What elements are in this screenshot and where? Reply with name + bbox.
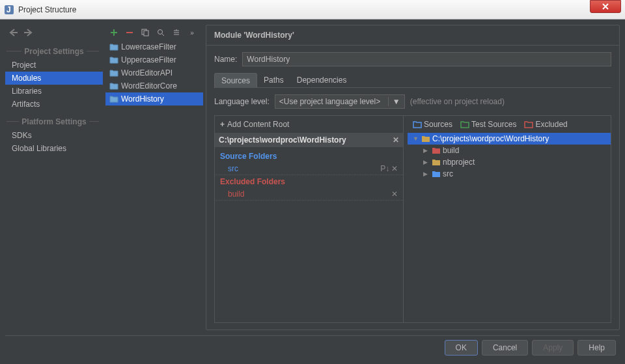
legend-tests[interactable]: Test Sources — [460, 120, 516, 129]
tree-item[interactable]: ▶ build — [408, 145, 611, 156]
folder-icon — [421, 135, 430, 143]
sidebar-toolbar — [5, 25, 103, 40]
module-item[interactable]: UppercaseFilter — [105, 53, 203, 66]
name-label: Name: — [214, 55, 237, 64]
svg-rect-3 — [144, 31, 148, 36]
content-roots: + Add Content Root C:\projects\wordproc\… — [215, 116, 404, 322]
lang-level-hint: (effective on project reload) — [410, 97, 505, 106]
tree-root[interactable]: ▼ C:\projects\wordproc\WordHistory — [408, 133, 611, 145]
name-input[interactable] — [242, 52, 611, 66]
module-item[interactable]: WordEditorCore — [105, 79, 203, 92]
sidebar-item-sdks[interactable]: SDKs — [5, 129, 103, 142]
module-item[interactable]: WordEditorAPI — [105, 66, 203, 79]
cancel-button[interactable]: Cancel — [482, 340, 528, 356]
app-icon: J — [4, 5, 14, 15]
tab-sources[interactable]: Sources — [214, 73, 257, 88]
dialog-body: Project Settings Project Modules Librari… — [0, 20, 625, 364]
sidebar-item-modules[interactable]: Modules — [5, 72, 103, 85]
tabs: Sources Paths Dependencies — [214, 73, 611, 88]
chevron-down-icon: ▼ — [388, 97, 400, 106]
add-content-root[interactable]: + Add Content Root — [215, 116, 403, 133]
expand-icon[interactable]: ▶ — [423, 147, 430, 154]
lang-level-label: Language level: — [214, 97, 270, 106]
legend-excluded[interactable]: Excluded — [524, 120, 567, 129]
copy-icon[interactable] — [139, 29, 151, 36]
module-item[interactable]: LowercaseFilter — [105, 40, 203, 53]
window-title: Project Structure — [18, 5, 590, 14]
add-icon[interactable] — [108, 29, 120, 36]
folder-legend: Sources Test Sources Excluded — [408, 116, 611, 133]
source-folders-header: Source Folders — [215, 150, 403, 163]
tree-item[interactable]: ▶ src — [408, 168, 611, 180]
section-platform-settings: Platform Settings — [7, 113, 102, 128]
back-icon[interactable] — [9, 29, 18, 36]
lang-level-select[interactable]: <Use project language level> ▼ — [275, 94, 405, 109]
remove-icon[interactable]: ✕ — [391, 164, 398, 173]
legend-sources[interactable]: Sources — [413, 120, 452, 129]
dialog-footer: OK Cancel Apply Help — [5, 335, 620, 359]
folder-icon — [432, 158, 441, 166]
module-list-column: » LowercaseFilter UppercaseFilter WordEd… — [105, 25, 203, 330]
expand-icon[interactable]: ▼ — [413, 135, 419, 142]
svg-point-4 — [158, 30, 163, 35]
module-panel: Module 'WordHistory' Name: Sources Paths… — [206, 25, 620, 330]
ok-button[interactable]: OK — [445, 340, 478, 356]
sidebar-item-global-libraries[interactable]: Global Libraries — [5, 142, 103, 155]
sidebar-item-project[interactable]: Project — [5, 59, 103, 72]
sidebar-item-artifacts[interactable]: Artifacts — [5, 98, 103, 111]
remove-icon[interactable] — [124, 29, 135, 36]
edit-icon[interactable]: P↓ — [380, 164, 389, 173]
tab-dependencies[interactable]: Dependencies — [290, 73, 354, 87]
expand-icon[interactable]: ▶ — [423, 159, 430, 165]
panel-title: Module 'WordHistory' — [206, 25, 619, 46]
sidebar-item-libraries[interactable]: Libraries — [5, 85, 103, 98]
titlebar: J Project Structure — [0, 0, 625, 20]
sidebar: Project Settings Project Modules Librari… — [5, 25, 103, 330]
close-button[interactable] — [590, 0, 621, 13]
excluded-folders-header: Excluded Folders — [215, 175, 403, 188]
tree-item[interactable]: ▶ nbproject — [408, 156, 611, 168]
help-button[interactable]: Help — [577, 340, 616, 356]
svg-text:J: J — [7, 5, 11, 14]
plus-icon: + — [220, 120, 225, 129]
content-root-path[interactable]: C:\projects\wordproc\WordHistory ✕ — [215, 133, 403, 147]
folder-icon — [432, 170, 441, 178]
apply-button[interactable]: Apply — [532, 340, 574, 356]
module-toolbar: » — [105, 25, 203, 40]
remove-icon[interactable]: ✕ — [391, 189, 398, 199]
module-item[interactable]: WordHistory — [105, 92, 203, 105]
tab-paths[interactable]: Paths — [257, 73, 290, 87]
forward-icon[interactable] — [23, 29, 33, 36]
search-icon[interactable] — [155, 29, 167, 36]
remove-root-icon[interactable]: ✕ — [393, 135, 399, 145]
source-folder-item[interactable]: src P↓ ✕ — [215, 163, 403, 175]
more-icon[interactable]: » — [186, 29, 198, 36]
section-project-settings: Project Settings — [7, 43, 102, 57]
folder-tree: Sources Test Sources Excluded ▼ C:\proje… — [408, 116, 611, 322]
collapse-icon[interactable] — [171, 29, 182, 36]
excluded-folder-item[interactable]: build ✕ — [215, 188, 403, 201]
folder-icon — [432, 147, 441, 154]
expand-icon[interactable]: ▶ — [423, 171, 430, 177]
